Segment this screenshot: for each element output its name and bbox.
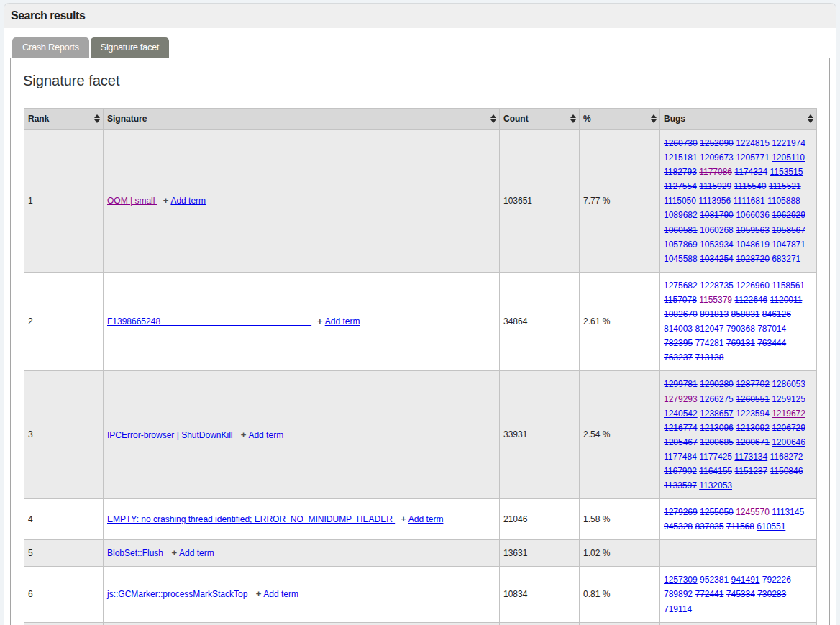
signature-link[interactable]: IPCError-browser | ShutDownKill — [107, 430, 235, 440]
bug-link[interactable]: 769131 — [726, 338, 755, 348]
bug-link[interactable]: 812047 — [695, 324, 723, 334]
bug-link[interactable]: 730283 — [757, 589, 786, 599]
bug-link[interactable]: 610551 — [757, 521, 785, 532]
signature-link[interactable]: BlobSet::Flush — [107, 548, 165, 558]
bug-link[interactable]: 1177425 — [699, 452, 732, 462]
bug-link[interactable]: 952381 — [700, 575, 729, 585]
bug-link[interactable]: 1150846 — [770, 466, 803, 476]
bug-link[interactable]: 1260730 — [664, 138, 698, 148]
bug-link[interactable]: 1047871 — [772, 239, 805, 250]
bug-link[interactable]: 1209673 — [700, 152, 734, 163]
bug-link[interactable]: 1028720 — [736, 254, 770, 264]
bug-link[interactable]: 837835 — [695, 521, 723, 532]
bug-link[interactable]: 782395 — [664, 338, 693, 348]
bug-link[interactable]: 1153515 — [770, 167, 803, 177]
bug-link[interactable]: 1157078 — [664, 295, 697, 305]
bug-link[interactable]: 1182793 — [664, 167, 697, 177]
bug-link[interactable]: 1177484 — [664, 452, 697, 462]
bug-link[interactable]: 1221974 — [772, 138, 805, 148]
bug-link[interactable]: 1287702 — [736, 379, 770, 389]
bug-link[interactable]: 790368 — [726, 324, 755, 334]
bug-link[interactable]: 1151237 — [734, 466, 767, 476]
bug-link[interactable]: 1057869 — [664, 239, 698, 250]
bug-link[interactable]: 1205110 — [772, 152, 805, 163]
bug-link[interactable]: 1226960 — [736, 280, 770, 291]
bug-link[interactable]: 1286053 — [772, 379, 805, 389]
bug-link[interactable]: 945328 — [664, 521, 693, 532]
bug-link[interactable]: 1132053 — [699, 480, 732, 491]
bug-link[interactable]: 1167902 — [664, 466, 697, 476]
bug-link[interactable]: 1200685 — [700, 437, 734, 447]
bug-link[interactable]: 1206729 — [772, 423, 805, 433]
bug-link[interactable]: 846126 — [762, 309, 791, 319]
bug-link[interactable]: 1240542 — [664, 409, 698, 419]
bug-link[interactable]: 1200646 — [772, 437, 805, 447]
bug-link[interactable]: 1279269 — [664, 507, 698, 517]
signature-link[interactable]: EMPTY: no crashing thread identified; ER… — [107, 514, 395, 524]
bug-link[interactable]: 1053934 — [700, 239, 734, 250]
signature-link[interactable]: F1398665248 — [107, 316, 311, 327]
bug-link[interactable]: 1081790 — [700, 210, 734, 220]
bug-link[interactable]: 1066036 — [736, 210, 770, 220]
bug-link[interactable]: 1111681 — [734, 196, 765, 206]
bug-link[interactable]: 1173134 — [734, 452, 767, 462]
bug-link[interactable]: 1216774 — [664, 423, 698, 433]
bug-link[interactable]: 1290280 — [700, 379, 734, 389]
bug-link[interactable]: 1245570 — [736, 507, 770, 517]
bug-link[interactable]: 1113145 — [772, 507, 804, 517]
bug-link[interactable]: 1255050 — [700, 507, 734, 517]
bug-link[interactable]: 1115540 — [734, 181, 766, 191]
column-header-bugs[interactable]: Bugs — [660, 109, 817, 130]
bug-link[interactable]: 1115521 — [769, 181, 801, 191]
bug-link[interactable]: 1058567 — [772, 225, 805, 235]
bug-link[interactable]: 1266275 — [700, 394, 734, 404]
bug-link[interactable]: 1238657 — [700, 409, 734, 419]
bug-link[interactable]: 1260551 — [736, 394, 770, 404]
bug-link[interactable]: 1060268 — [700, 225, 734, 235]
bug-link[interactable]: 1122646 — [734, 295, 767, 305]
bug-link[interactable]: 1127554 — [664, 181, 697, 191]
bug-link[interactable]: 1115929 — [699, 181, 731, 191]
add-term-link[interactable]: Add term — [170, 196, 206, 206]
bug-link[interactable]: 713138 — [695, 352, 723, 362]
bug-link[interactable]: 1133597 — [664, 480, 697, 491]
bug-link[interactable]: 1252090 — [700, 138, 734, 148]
bug-link[interactable]: 1228735 — [700, 280, 734, 291]
bug-link[interactable]: 941491 — [731, 575, 759, 585]
column-header-count[interactable]: Count — [500, 109, 580, 130]
signature-link[interactable]: js::GCMarker::processMarkStackTop — [107, 589, 250, 599]
bug-link[interactable]: 787014 — [757, 324, 786, 334]
bug-link[interactable]: 711568 — [726, 521, 754, 532]
bug-link[interactable]: 792226 — [762, 575, 791, 585]
bug-link[interactable]: 1059563 — [736, 225, 770, 235]
bug-link[interactable]: 1275682 — [664, 280, 698, 291]
signature-link[interactable]: OOM | small — [107, 196, 158, 206]
bug-link[interactable]: 1164155 — [699, 466, 732, 476]
add-term-link[interactable]: Add term — [325, 316, 360, 327]
bug-link[interactable]: 719114 — [664, 604, 692, 614]
bug-link[interactable]: 789892 — [664, 589, 693, 599]
bug-link[interactable]: 814003 — [664, 324, 693, 334]
add-term-link[interactable]: Add term — [408, 514, 444, 524]
bug-link[interactable]: 763237 — [664, 352, 693, 362]
column-header-percent[interactable]: % — [580, 109, 660, 130]
bug-link[interactable]: 1174324 — [734, 167, 767, 177]
bug-link[interactable]: 772441 — [695, 589, 723, 599]
bug-link[interactable]: 891813 — [700, 309, 729, 319]
bug-link[interactable]: 1205771 — [736, 152, 770, 163]
bug-link[interactable]: 1089682 — [664, 210, 698, 220]
bug-link[interactable]: 1034254 — [700, 254, 734, 264]
bug-link[interactable]: 1279293 — [664, 394, 698, 404]
bug-link[interactable]: 1213092 — [736, 423, 770, 433]
add-term-link[interactable]: Add term — [263, 589, 298, 599]
bug-link[interactable]: 1257309 — [664, 575, 698, 585]
bug-link[interactable]: 1224815 — [736, 138, 770, 148]
bug-link[interactable]: 1200671 — [736, 437, 770, 447]
bug-link[interactable]: 1215181 — [664, 152, 698, 163]
bug-link[interactable]: 1158561 — [772, 280, 805, 291]
bug-link[interactable]: 1177086 — [699, 167, 732, 177]
bug-link[interactable]: 1120011 — [770, 295, 803, 305]
column-header-signature[interactable]: Signature — [104, 109, 500, 130]
bug-link[interactable]: 1168272 — [770, 452, 803, 462]
bug-link[interactable]: 1205467 — [664, 437, 698, 447]
